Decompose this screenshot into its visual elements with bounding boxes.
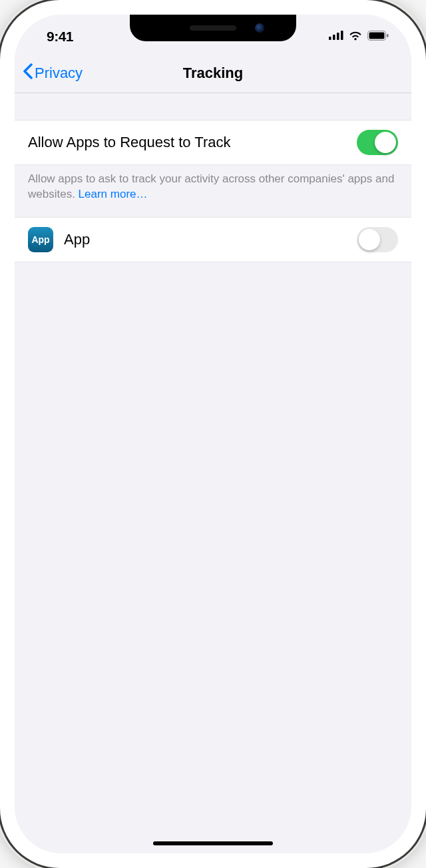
home-indicator[interactable]	[153, 841, 273, 845]
app-name-label: App	[64, 231, 346, 248]
back-button[interactable]: Privacy	[23, 63, 83, 83]
svg-rect-1	[333, 35, 335, 40]
wifi-icon	[348, 30, 363, 43]
screen: 9:41 Privacy Tracking	[15, 15, 411, 853]
learn-more-link[interactable]: Learn more…	[79, 188, 148, 200]
battery-icon	[367, 31, 389, 43]
allow-tracking-toggle[interactable]	[357, 130, 398, 155]
svg-rect-6	[387, 34, 389, 37]
svg-rect-3	[341, 31, 343, 40]
svg-rect-0	[329, 37, 331, 40]
chevron-left-icon	[23, 63, 33, 83]
back-label: Privacy	[35, 65, 83, 82]
svg-rect-5	[369, 32, 385, 39]
allow-tracking-row: Allow Apps to Request to Track	[15, 120, 411, 165]
toggle-knob	[359, 229, 380, 250]
speaker-grille	[190, 25, 236, 31]
cellular-icon	[329, 31, 343, 43]
toggle-knob	[375, 132, 396, 153]
app-icon: App	[28, 227, 53, 252]
notch	[130, 15, 296, 41]
status-indicators	[329, 30, 393, 43]
navigation-bar: Privacy Tracking	[15, 53, 411, 93]
section-spacer	[15, 93, 411, 120]
front-camera	[255, 23, 264, 33]
content-area: Allow Apps to Request to Track Allow app…	[15, 93, 411, 262]
status-time: 9:41	[33, 29, 73, 45]
allow-tracking-footer: Allow apps to ask to track your activity…	[15, 165, 411, 217]
allow-tracking-label: Allow Apps to Request to Track	[28, 134, 346, 151]
device-frame: 9:41 Privacy Tracking	[0, 0, 426, 868]
svg-rect-2	[337, 33, 339, 40]
app-row: App App	[15, 217, 411, 262]
app-tracking-toggle[interactable]	[357, 227, 398, 252]
